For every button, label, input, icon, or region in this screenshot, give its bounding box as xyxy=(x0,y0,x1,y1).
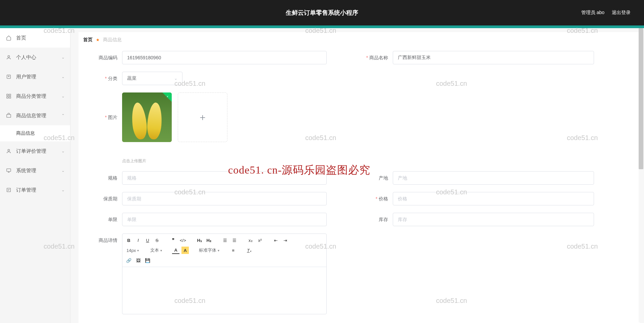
image-button[interactable]: 🖼 xyxy=(135,257,142,264)
breadcrumb-current: 商品信息 xyxy=(103,37,122,43)
editor-body[interactable] xyxy=(122,267,326,314)
stock-input[interactable] xyxy=(393,213,594,226)
sidebar-item-category[interactable]: 商品分类管理 ⌄ xyxy=(0,86,70,106)
svg-rect-7 xyxy=(7,115,11,118)
limit-label: 单限 xyxy=(89,213,122,226)
breadcrumb-sep-icon: ★ xyxy=(96,38,100,42)
logout-button[interactable]: 退出登录 xyxy=(612,10,631,16)
sidebar-item-label: 用户管理 xyxy=(16,74,36,80)
box-icon xyxy=(6,113,11,118)
users-icon xyxy=(6,74,11,79)
sidebar-item-orders[interactable]: 订单管理 ⌄ xyxy=(0,180,70,200)
svg-point-8 xyxy=(8,149,9,151)
sidebar-item-system[interactable]: 系统管理 ⌄ xyxy=(0,161,70,180)
chevron-down-icon: ⌄ xyxy=(174,76,177,81)
uploaded-image-thumb[interactable] xyxy=(122,92,172,142)
svg-rect-4 xyxy=(9,94,11,96)
chevron-down-icon: ⌄ xyxy=(61,188,65,192)
font-family-select[interactable]: 标准字体▾ xyxy=(198,247,221,253)
svg-point-2 xyxy=(8,76,9,77)
category-selected-value: 蔬菜 xyxy=(127,75,137,81)
subscript-button[interactable]: x₂ xyxy=(247,237,254,244)
product-form: 商品编码 商品名称 分类 蔬菜 ⌄ xyxy=(78,48,640,323)
origin-label: 产地 xyxy=(359,171,393,185)
chevron-down-icon: ⌄ xyxy=(61,55,65,60)
sidebar-item-home[interactable]: 首页 xyxy=(0,28,70,48)
indent-button[interactable]: ⇥ xyxy=(282,237,289,244)
underline-button[interactable]: U xyxy=(144,237,151,244)
shelf-input[interactable] xyxy=(122,192,327,205)
sidebar-item-label: 订单管理 xyxy=(16,187,36,193)
sidebar-item-product[interactable]: 商品信息管理 ⌃ xyxy=(0,106,70,125)
align-button[interactable]: ≡ xyxy=(229,247,237,254)
breadcrumb: 首页 ★ 商品信息 xyxy=(78,32,640,48)
strike-button[interactable]: S xyxy=(153,237,161,244)
code-button[interactable]: </> xyxy=(179,237,187,244)
sidebar-item-profile[interactable]: 个人中心 ⌄ xyxy=(0,48,70,67)
outdent-button[interactable]: ⇤ xyxy=(272,237,280,244)
link-button[interactable]: 🔗 xyxy=(125,257,132,264)
upload-hint: 点击上传图片 xyxy=(122,158,359,164)
chevron-down-icon: ⌄ xyxy=(61,168,65,173)
svg-rect-3 xyxy=(7,94,8,96)
home-icon xyxy=(6,35,11,41)
h1-button[interactable]: H₁ xyxy=(196,237,203,244)
top-bar: 生鲜云订单零售系统小程序 管理员 abo 退出登录 xyxy=(0,0,644,25)
sidebar-item-users[interactable]: 用户管理 ⌄ xyxy=(0,67,70,86)
upload-add-button[interactable]: ＋ xyxy=(178,92,227,142)
bold-button[interactable]: B xyxy=(125,237,132,244)
scrollbar-thumb[interactable] xyxy=(639,28,643,169)
italic-button[interactable]: I xyxy=(135,237,142,244)
sidebar-item-label: 首页 xyxy=(16,35,26,41)
sidebar-item-label: 商品分类管理 xyxy=(16,93,46,100)
svg-rect-6 xyxy=(9,96,11,98)
font-size-select[interactable]: 14px▾ xyxy=(125,248,140,253)
bg-color-button[interactable]: A xyxy=(181,247,189,254)
category-select[interactable]: 蔬菜 ⌄ xyxy=(122,72,182,85)
price-input[interactable] xyxy=(393,192,594,205)
sidebar-subitem-label: 商品信息 xyxy=(16,130,35,136)
image-label: 图片 xyxy=(89,92,122,142)
clear-format-button[interactable]: Tₓ xyxy=(246,247,253,254)
chevron-down-icon: ⌄ xyxy=(61,149,65,153)
comment-icon xyxy=(6,148,11,154)
main-content: 首页 ★ 商品信息 商品编码 商品名称 分类 xyxy=(70,28,644,323)
list-ordered-button[interactable]: ☰ xyxy=(221,237,229,244)
sku-input[interactable] xyxy=(122,51,327,64)
sidebar-item-label: 个人中心 xyxy=(16,54,36,61)
stock-label: 库存 xyxy=(359,213,393,226)
spec-input[interactable] xyxy=(122,171,327,185)
font-style-select[interactable]: 文本▾ xyxy=(149,247,163,253)
svg-point-0 xyxy=(8,56,9,57)
svg-rect-9 xyxy=(7,169,11,172)
limit-input[interactable] xyxy=(122,213,327,226)
system-icon xyxy=(6,168,11,173)
sidebar: 首页 个人中心 ⌄ 用户管理 ⌄ 商品分类管理 ⌄ 商品信息管理 ⌃ xyxy=(0,28,70,323)
user-icon xyxy=(6,55,11,60)
list-bullet-button[interactable]: ☰ xyxy=(231,237,238,244)
quote-button[interactable]: ❞ xyxy=(169,237,177,244)
font-color-button[interactable]: A xyxy=(172,247,179,254)
chevron-down-icon: ⌄ xyxy=(61,74,65,79)
sidebar-subitem-product-info[interactable]: 商品信息 xyxy=(0,125,70,141)
price-label: 价格 xyxy=(359,192,393,205)
superscript-button[interactable]: x² xyxy=(256,237,264,244)
category-label: 分类 xyxy=(89,72,122,85)
h2-button[interactable]: H₂ xyxy=(205,237,213,244)
sidebar-item-review[interactable]: 订单评价管理 ⌄ xyxy=(0,141,70,161)
name-label: 商品名称 xyxy=(359,51,393,64)
rich-text-editor: B I U S ❞ </> H₁ H xyxy=(122,234,327,314)
sku-label: 商品编码 xyxy=(89,51,122,64)
grid-icon xyxy=(6,93,11,99)
order-icon xyxy=(6,187,11,193)
name-input[interactable] xyxy=(393,51,594,64)
svg-rect-5 xyxy=(7,96,8,98)
spec-label: 规格 xyxy=(89,171,122,185)
current-user-label[interactable]: 管理员 abo xyxy=(581,10,604,16)
scrollbar-track[interactable] xyxy=(639,28,643,322)
save-button[interactable]: 💾 xyxy=(144,257,151,264)
accent-bar xyxy=(0,25,644,28)
breadcrumb-home[interactable]: 首页 xyxy=(83,37,93,43)
app-title: 生鲜云订单零售系统小程序 xyxy=(286,9,358,17)
origin-input[interactable] xyxy=(393,171,594,185)
